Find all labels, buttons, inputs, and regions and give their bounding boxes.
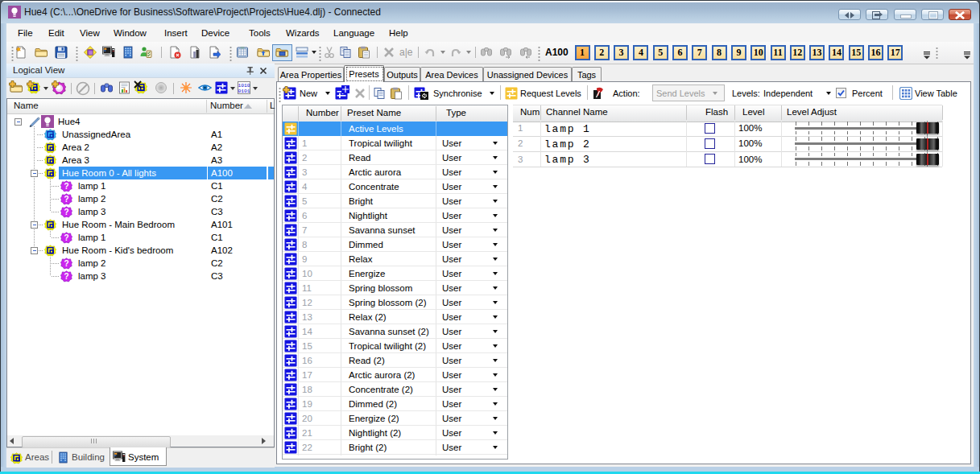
svg-text:?: ? (64, 182, 68, 191)
svg-text:?: ? (64, 208, 68, 216)
svg-text:?: ? (64, 259, 68, 268)
svg-text:?: ? (64, 272, 68, 281)
svg-text:?: ? (64, 195, 68, 204)
svg-text:0101: 0101 (238, 89, 250, 94)
svg-text:?: ? (64, 233, 68, 242)
